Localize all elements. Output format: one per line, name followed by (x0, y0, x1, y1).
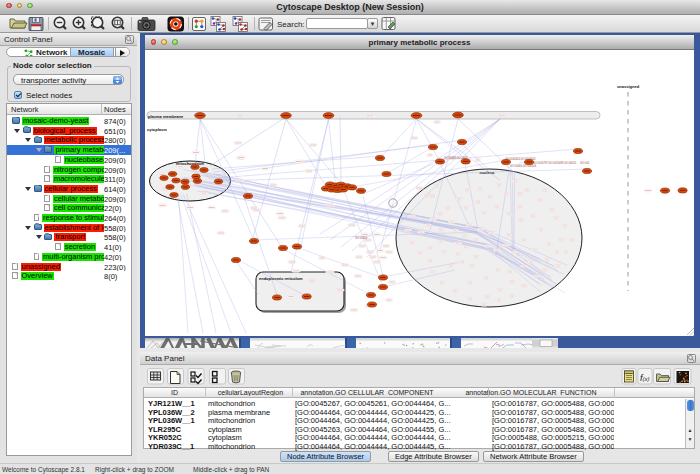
svg-text:GO:0016787,GO:0005488,GO:00052: GO:0016787,GO:0005488,GO:00052 (533, 161, 577, 165)
svg-text:unassigned: unassigned (617, 84, 640, 89)
svg-text:cytoplasm: cytoplasm (147, 127, 167, 132)
svg-text:plasma membrane: plasma membrane (148, 114, 184, 119)
svg-text:GO:044: GO:044 (580, 161, 590, 165)
svg-text:GO:00444: GO:00444 (355, 236, 368, 240)
svg-text:endoplasmic reticulum: endoplasmic reticulum (259, 276, 303, 281)
